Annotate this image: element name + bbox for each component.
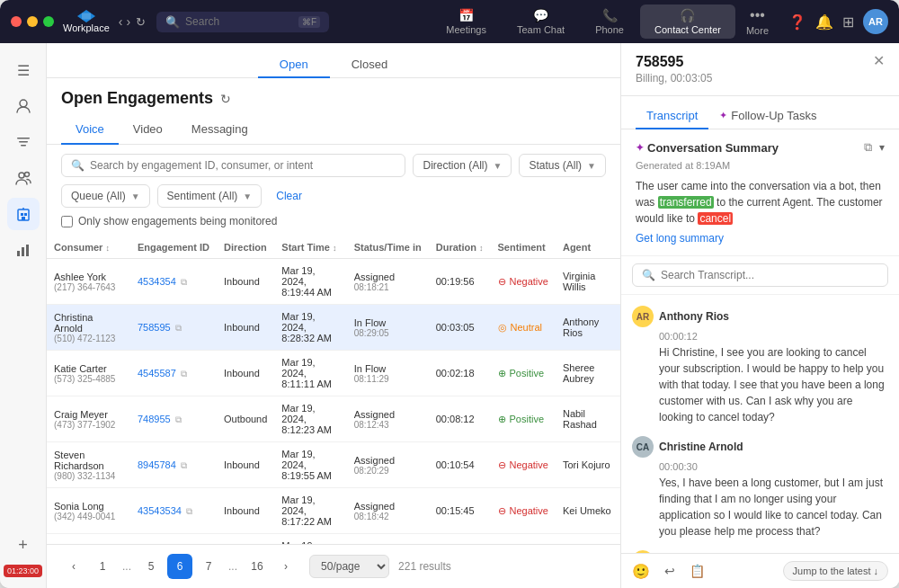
more-icon: ••• xyxy=(750,7,765,23)
col-duration[interactable]: Duration ↕ xyxy=(429,236,491,259)
sidebar-add-button[interactable]: + xyxy=(7,529,40,561)
queue-filter[interactable]: Queue (All) ▼ xyxy=(61,184,150,208)
back-arrow[interactable]: ‹ xyxy=(119,14,123,29)
status-label: Status (All) xyxy=(529,159,582,172)
col-agent[interactable]: Agent xyxy=(556,236,620,259)
sidebar-filter-icon[interactable] xyxy=(7,126,40,158)
user-avatar[interactable]: AR xyxy=(863,9,888,34)
prev-page-button[interactable]: ‹ xyxy=(61,554,86,579)
per-page-select[interactable]: 50/page 25/page 100/page xyxy=(309,555,389,578)
message-sender: Christine Arnold xyxy=(659,441,743,453)
col-status[interactable]: Status/Time in xyxy=(347,236,429,259)
clear-filters-button[interactable]: Clear xyxy=(269,185,309,207)
next-page-button[interactable]: › xyxy=(273,554,298,579)
queue-label: Queue (All) xyxy=(71,190,126,202)
ellipsis-2: ... xyxy=(225,560,241,573)
sentiment-filter[interactable]: Sentiment (All) ▼ xyxy=(157,184,263,208)
search-input[interactable] xyxy=(185,15,293,28)
notification-icon[interactable]: 🔔 xyxy=(815,13,833,31)
open-tab[interactable]: Open xyxy=(258,52,330,78)
jump-to-latest-button[interactable]: Jump to the latest ↓ xyxy=(783,561,888,581)
teamchat-tab[interactable]: 💬 Team Chat xyxy=(503,4,579,39)
clipboard-action-button[interactable]: 📋 xyxy=(690,564,705,578)
phone-tab[interactable]: 📞 Phone xyxy=(581,4,638,39)
col-sentiment[interactable]: Sentiment xyxy=(491,236,556,259)
copy-summary-icon[interactable]: ⧉ xyxy=(864,140,872,155)
nav-tabs: 📅 Meetings 💬 Team Chat 📞 Phone 🎧 Contact… xyxy=(432,4,778,39)
page-7-button[interactable]: 7 xyxy=(196,554,221,579)
message-avatar: AR xyxy=(632,306,654,327)
minimize-traffic-light[interactable] xyxy=(27,16,38,27)
engagements-table-container: Consumer ↕ Engagement ID Direction Start… xyxy=(47,236,620,544)
col-direction[interactable]: Direction xyxy=(217,236,274,259)
video-tab[interactable]: Video xyxy=(119,115,177,145)
sidebar-contact-icon[interactable] xyxy=(7,90,40,122)
right-panel-close-button[interactable]: ✕ xyxy=(873,54,885,68)
engagement-search-input[interactable] xyxy=(90,159,396,172)
contact-center-tab[interactable]: 🎧 Contact Center xyxy=(640,4,735,39)
sidebar-chart-icon[interactable] xyxy=(7,234,40,266)
search-shortcut: ⌘F xyxy=(298,16,320,28)
emoji-action-button[interactable]: 🙂 xyxy=(632,563,650,580)
cell-sentiment: ⊖ Negative xyxy=(491,488,556,534)
page-6-button[interactable]: 6 xyxy=(167,554,192,579)
messaging-tab[interactable]: Messaging xyxy=(177,115,263,145)
monitor-checkbox[interactable] xyxy=(61,216,73,227)
search-bar[interactable]: 🔍 ⌘F xyxy=(156,12,329,32)
cancel-highlight: cancel xyxy=(698,212,733,225)
table-row[interactable]: Craig Meyer (473) 377-1902 748955 ⧉ Outb… xyxy=(47,396,620,442)
voice-tabs: Voice Video Messaging xyxy=(47,115,620,145)
col-start-time[interactable]: Start Time ↕ xyxy=(274,236,346,259)
sidebar-building-icon[interactable] xyxy=(7,198,40,230)
table-row[interactable]: Steven Richardson (980) 332-1134 8945784… xyxy=(47,442,620,488)
message-sender: Anthony Rios xyxy=(659,310,729,323)
transcript-tab[interactable]: Transcript xyxy=(636,103,708,129)
forward-arrow[interactable]: › xyxy=(126,14,130,29)
close-traffic-light[interactable] xyxy=(11,16,22,27)
col-consumer[interactable]: Consumer ↕ xyxy=(47,236,130,259)
get-long-summary-link[interactable]: Get long summary xyxy=(636,232,885,245)
filter-row-1: 🔍 Direction (All) ▼ Status (All) ▼ xyxy=(61,154,606,177)
refresh-button[interactable]: ↻ xyxy=(136,15,146,29)
status-filter[interactable]: Status (All) ▼ xyxy=(519,154,606,177)
meetings-tab[interactable]: 📅 Meetings xyxy=(432,4,501,39)
maximize-traffic-light[interactable] xyxy=(43,16,54,27)
closed-tab[interactable]: Closed xyxy=(330,52,409,78)
summary-collapse-icon[interactable]: ▾ xyxy=(879,141,885,154)
more-tab[interactable]: ••• More xyxy=(737,7,778,36)
sidebar-people-icon[interactable] xyxy=(7,162,40,194)
timer-display[interactable]: 01:23:00 xyxy=(4,565,42,577)
transcript-search-input[interactable] xyxy=(661,269,878,281)
nav-arrows[interactable]: ‹ › xyxy=(119,14,130,29)
page-16-button[interactable]: 16 xyxy=(245,554,270,579)
direction-filter[interactable]: Direction (All) ▼ xyxy=(413,154,512,177)
col-engagement-id[interactable]: Engagement ID xyxy=(130,236,217,259)
page-1-button[interactable]: 1 xyxy=(90,554,115,579)
followup-tab[interactable]: ✦ Follow-Up Tasks xyxy=(708,103,827,129)
engagement-search[interactable]: 🔍 xyxy=(61,154,405,177)
cell-agent: Virginia Willis xyxy=(556,259,620,305)
grid-icon[interactable]: ⊞ xyxy=(842,13,854,31)
table-row[interactable]: Ashlee York (217) 364-7643 4534354 ⧉ Inb… xyxy=(47,259,620,305)
table-row[interactable]: Katie Carter (573) 325-4885 4545587 ⧉ In… xyxy=(47,351,620,396)
voice-tab[interactable]: Voice xyxy=(61,115,119,145)
cell-duration: 00:08:33 xyxy=(429,534,491,545)
results-count: 221 results xyxy=(398,560,451,573)
refresh-action-button[interactable]: ↩ xyxy=(664,564,675,578)
message-text: Yes, I have been a long customer, but I … xyxy=(659,475,888,539)
cell-consumer: Steven Richardson (980) 332-1134 xyxy=(47,442,130,488)
table-row[interactable]: Hester Wilson (837) 217-2278 843575 ⧉ Ou… xyxy=(47,534,620,545)
engagements-refresh-icon[interactable]: ↻ xyxy=(220,92,231,106)
svg-rect-8 xyxy=(24,213,27,216)
table-row[interactable]: Christina Arnold (510) 472-1123 758595 ⧉… xyxy=(47,305,620,351)
summary-text: The user came into the conversation via … xyxy=(636,178,885,227)
table-row[interactable]: Sonia Long (342) 449-0041 43543534 ⧉ Inb… xyxy=(47,488,620,534)
direction-label: Direction (All) xyxy=(423,159,487,172)
sidebar-menu-icon[interactable]: ☰ xyxy=(7,54,40,86)
help-icon[interactable]: ❓ xyxy=(788,13,806,31)
transcript-message: CA Christine Arnold 00:00:30 Yes, I have… xyxy=(632,436,888,539)
page-5-button[interactable]: 5 xyxy=(138,554,164,579)
ellipsis-1: ... xyxy=(119,560,135,573)
cell-duration: 00:15:45 xyxy=(429,488,491,534)
transcript-search-bar[interactable]: 🔍 xyxy=(632,263,888,287)
